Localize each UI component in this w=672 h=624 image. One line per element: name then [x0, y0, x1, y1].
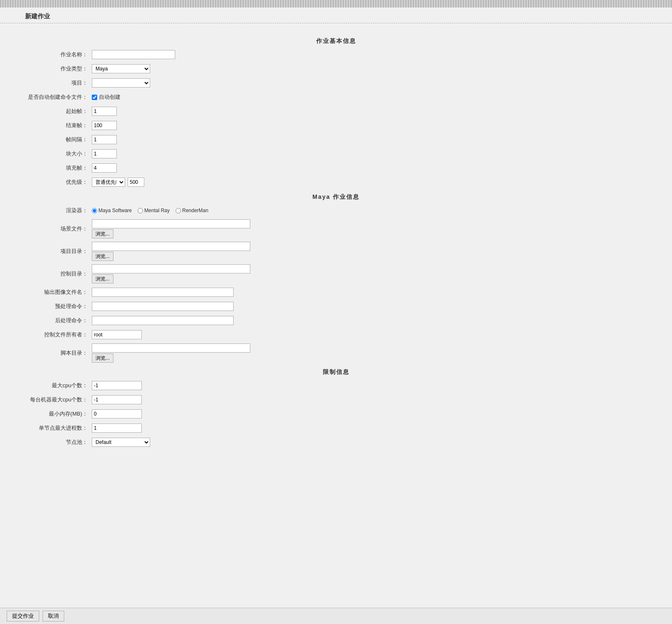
label-job-type: 作业类型：: [25, 65, 92, 73]
value-file-owner: [92, 330, 647, 339]
radio-text-mental-ray: Mental Ray: [144, 208, 170, 213]
label-pre-command: 预处理命令：: [25, 303, 92, 310]
value-post-command: [92, 316, 647, 325]
value-min-memory: [92, 409, 647, 419]
label-min-memory: 最小内存(MB)：: [25, 410, 92, 418]
section-limit-info: 限制信息: [25, 368, 647, 376]
row-max-processes: 单节点最大进程数：: [25, 423, 647, 434]
input-fill-frames[interactable]: [92, 163, 117, 173]
label-max-processes: 单节点最大进程数：: [25, 424, 92, 432]
row-max-cpu-per-machine: 每台机器最大cpu个数：: [25, 394, 647, 405]
label-node-pool: 节点池：: [25, 439, 92, 446]
row-project: 项目：: [25, 78, 647, 88]
input-file-owner[interactable]: [92, 330, 142, 339]
value-pre-command: [92, 302, 647, 311]
label-post-command: 后处理命令：: [25, 317, 92, 324]
row-project-dir: 项目目录： 浏览...: [25, 242, 647, 261]
input-project-dir[interactable]: [92, 242, 250, 251]
form-container: 作业基本信息 作业名称： 作业类型： Maya Mental Ray Rende…: [0, 28, 672, 464]
input-max-cpu[interactable]: [92, 381, 142, 390]
input-priority-value[interactable]: [128, 178, 144, 187]
value-project-dir: 浏览...: [92, 242, 647, 261]
radio-renderman[interactable]: [176, 208, 181, 213]
label-renderer: 渲染器：: [25, 207, 92, 214]
row-end-frame: 结束帧：: [25, 120, 647, 131]
row-output-image: 输出图像文件名：: [25, 287, 647, 298]
label-priority: 优先级：: [25, 178, 92, 186]
checkbox-label-auto-create[interactable]: 自动创建: [92, 93, 121, 101]
label-scene-file: 场景文件：: [25, 225, 92, 233]
input-scene-file[interactable]: [92, 219, 250, 228]
value-auto-create: 自动创建: [92, 93, 647, 101]
label-max-cpu-per-machine: 每台机器最大cpu个数：: [25, 396, 92, 403]
radio-label-maya-software[interactable]: Maya Software: [92, 208, 132, 213]
radio-label-mental-ray[interactable]: Mental Ray: [138, 208, 170, 213]
value-start-frame: [92, 107, 647, 116]
input-post-command[interactable]: [92, 316, 234, 325]
value-max-cpu-per-machine: [92, 395, 647, 404]
input-block-size[interactable]: [92, 149, 117, 158]
value-block-size: [92, 149, 647, 158]
row-fill-frames: 填充帧：: [25, 163, 647, 173]
row-job-type: 作业类型： Maya Mental Ray RenderMan: [25, 63, 647, 74]
input-max-cpu-per-machine[interactable]: [92, 395, 142, 404]
label-control-dir: 控制目录：: [25, 270, 92, 278]
row-min-memory: 最小内存(MB)：: [25, 408, 647, 419]
row-node-pool: 节点池： Default Pool1 Pool2: [25, 437, 647, 448]
input-pre-command[interactable]: [92, 302, 234, 311]
input-min-memory[interactable]: [92, 409, 142, 419]
browse-project-dir-button[interactable]: 浏览...: [92, 252, 113, 261]
row-script-dir: 脚本目录： 浏览...: [25, 343, 647, 363]
row-renderer: 渲染器： Maya Software Mental Ray RenderMan: [25, 205, 647, 216]
label-job-name: 作业名称：: [25, 51, 92, 58]
radio-maya-software[interactable]: [92, 208, 97, 213]
radio-label-renderman[interactable]: RenderMan: [176, 208, 209, 213]
input-start-frame[interactable]: [92, 107, 117, 116]
input-script-dir[interactable]: [92, 343, 250, 353]
row-control-dir: 控制目录： 浏览...: [25, 264, 647, 283]
select-job-type[interactable]: Maya Mental Ray RenderMan: [92, 64, 150, 73]
input-max-processes[interactable]: [92, 424, 142, 433]
value-script-dir: 浏览...: [92, 343, 647, 363]
row-frame-interval: 帧间隔：: [25, 134, 647, 145]
browse-scene-file-button[interactable]: 浏览...: [92, 229, 113, 238]
label-fill-frames: 填充帧：: [25, 164, 92, 172]
value-end-frame: [92, 121, 647, 130]
row-scene-file: 场景文件： 浏览...: [25, 219, 647, 238]
input-frame-interval[interactable]: [92, 135, 117, 144]
value-renderer: Maya Software Mental Ray RenderMan: [92, 208, 647, 213]
page-title: 新建作业: [0, 8, 672, 23]
value-job-type: Maya Mental Ray RenderMan: [92, 64, 647, 73]
select-priority[interactable]: 普通优先级 高优先级 低优先级: [92, 178, 125, 187]
row-priority: 优先级： 普通优先级 高优先级 低优先级: [25, 177, 647, 188]
section-basic-info: 作业基本信息: [25, 38, 647, 45]
row-post-command: 后处理命令：: [25, 315, 647, 326]
label-file-owner: 控制文件所有者：: [25, 331, 92, 338]
label-project: 项目：: [25, 79, 92, 87]
input-job-name[interactable]: [92, 50, 175, 59]
select-node-pool[interactable]: Default Pool1 Pool2: [92, 438, 150, 447]
checkbox-auto-create[interactable]: [92, 95, 97, 100]
label-project-dir: 项目目录：: [25, 248, 92, 255]
input-end-frame[interactable]: [92, 121, 117, 130]
label-frame-interval: 帧间隔：: [25, 136, 92, 143]
row-start-frame: 起始帧：: [25, 106, 647, 117]
browse-control-dir-button[interactable]: 浏览...: [92, 274, 113, 283]
value-output-image: [92, 288, 647, 297]
value-max-cpu: [92, 381, 647, 390]
value-frame-interval: [92, 135, 647, 144]
input-control-dir[interactable]: [92, 264, 250, 273]
value-scene-file: 浏览...: [92, 219, 647, 238]
browse-script-dir-button[interactable]: 浏览...: [92, 353, 113, 363]
select-project[interactable]: [92, 78, 150, 88]
label-start-frame: 起始帧：: [25, 108, 92, 115]
radio-text-maya-software: Maya Software: [98, 208, 132, 213]
row-max-cpu: 最大cpu个数：: [25, 380, 647, 391]
input-output-image[interactable]: [92, 288, 234, 297]
value-priority: 普通优先级 高优先级 低优先级: [92, 178, 647, 187]
row-auto-create: 是否自动创建命令文件： 自动创建: [25, 92, 647, 103]
label-auto-create: 是否自动创建命令文件：: [25, 93, 92, 101]
radio-mental-ray[interactable]: [138, 208, 143, 213]
row-job-name: 作业名称：: [25, 49, 647, 60]
row-block-size: 块大小：: [25, 148, 647, 159]
